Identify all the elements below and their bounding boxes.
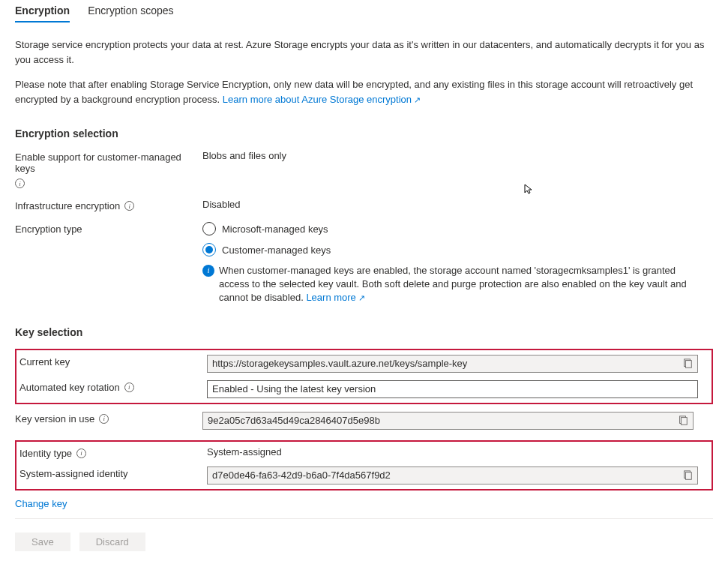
- intro-text-2: Please note that after enabling Storage …: [15, 77, 713, 106]
- cmk-support-value: Blobs and files only: [202, 150, 713, 161]
- system-identity-field[interactable]: d7e0de46-fa63-42d9-b6a0-7f4da567f9d2: [207, 466, 698, 484]
- infra-encryption-label: Infrastructure encryption i: [15, 199, 202, 212]
- system-identity-value: d7e0de46-fa63-42d9-b6a0-7f4da567f9d2: [212, 470, 391, 481]
- tab-encryption[interactable]: Encryption: [15, 0, 70, 22]
- identity-type-label-text: Identity type: [19, 448, 72, 459]
- radio-icon: [202, 243, 216, 256]
- info-icon[interactable]: i: [124, 201, 134, 211]
- infra-encryption-value: Disabled: [202, 199, 713, 210]
- highlight-current-key-rotation: Current key https://storagekeysamples.va…: [15, 349, 713, 404]
- rotation-label: Automated key rotation i: [19, 380, 207, 393]
- svg-rect-3: [681, 417, 687, 424]
- save-button[interactable]: Save: [15, 532, 70, 551]
- cmk-support-label-text: Enable support for customer-managed keys: [15, 152, 202, 174]
- encryption-selection-heading: Encryption selection: [15, 128, 713, 140]
- identity-type-value: System-assigned: [207, 446, 709, 458]
- current-key-value: https://storagekeysamples.vault.azure.ne…: [212, 358, 467, 369]
- radio-cmk-label: Customer-managed keys: [222, 244, 331, 256]
- cmk-support-label: Enable support for customer-managed keys…: [15, 150, 202, 188]
- radio-icon: [202, 222, 216, 236]
- copy-icon[interactable]: [682, 470, 693, 481]
- info-filled-icon: i: [202, 265, 214, 277]
- tab-encryption-scopes[interactable]: Encryption scopes: [88, 0, 173, 22]
- intro-text-1: Storage service encryption protects your…: [15, 38, 713, 67]
- rotation-label-text: Automated key rotation: [19, 382, 120, 393]
- encryption-type-label: Encryption type: [15, 222, 202, 235]
- svg-rect-5: [685, 472, 691, 479]
- copy-icon[interactable]: [682, 358, 693, 369]
- tab-bar: Encryption Encryption scopes: [15, 0, 713, 22]
- identity-type-label: Identity type i: [19, 446, 207, 459]
- cmk-info-note: i When customer-managed keys are enabled…: [202, 264, 697, 305]
- current-key-label: Current key: [19, 355, 207, 368]
- rotation-field[interactable]: Enabled - Using the latest key version: [207, 380, 698, 398]
- svg-rect-1: [685, 360, 691, 368]
- learn-more-cmk-link[interactable]: Learn more: [306, 292, 365, 303]
- system-identity-label: System-assigned identity: [19, 466, 207, 479]
- key-version-field[interactable]: 9e2a05c7d63a45d49ca2846407d5e98b: [202, 412, 694, 430]
- key-version-value: 9e2a05c7d63a45d49ca2846407d5e98b: [208, 415, 380, 426]
- cmk-info-note-text: When customer-managed keys are enabled, …: [219, 265, 687, 303]
- radio-microsoft-managed-keys[interactable]: Microsoft-managed keys: [202, 222, 713, 236]
- key-version-label-text: Key version in use: [15, 413, 94, 424]
- change-key-link[interactable]: Change key: [15, 498, 67, 509]
- key-selection-heading: Key selection: [15, 326, 713, 338]
- info-icon[interactable]: i: [76, 448, 86, 458]
- discard-button[interactable]: Discard: [79, 532, 145, 551]
- infra-encryption-label-text: Infrastructure encryption: [15, 200, 120, 212]
- rotation-value: Enabled - Using the latest key version: [212, 383, 376, 394]
- key-version-label: Key version in use i: [15, 412, 202, 424]
- divider: [15, 518, 713, 519]
- info-icon[interactable]: i: [124, 382, 134, 392]
- info-icon[interactable]: i: [15, 178, 25, 188]
- radio-ms-label: Microsoft-managed keys: [222, 224, 328, 235]
- info-icon[interactable]: i: [99, 414, 109, 424]
- highlight-identity: Identity type i System-assigned System-a…: [15, 440, 713, 490]
- copy-icon[interactable]: [678, 416, 688, 426]
- learn-more-storage-encryption-link[interactable]: Learn more about Azure Storage encryptio…: [223, 94, 421, 105]
- radio-customer-managed-keys[interactable]: Customer-managed keys: [202, 243, 713, 256]
- current-key-field[interactable]: https://storagekeysamples.vault.azure.ne…: [207, 355, 698, 373]
